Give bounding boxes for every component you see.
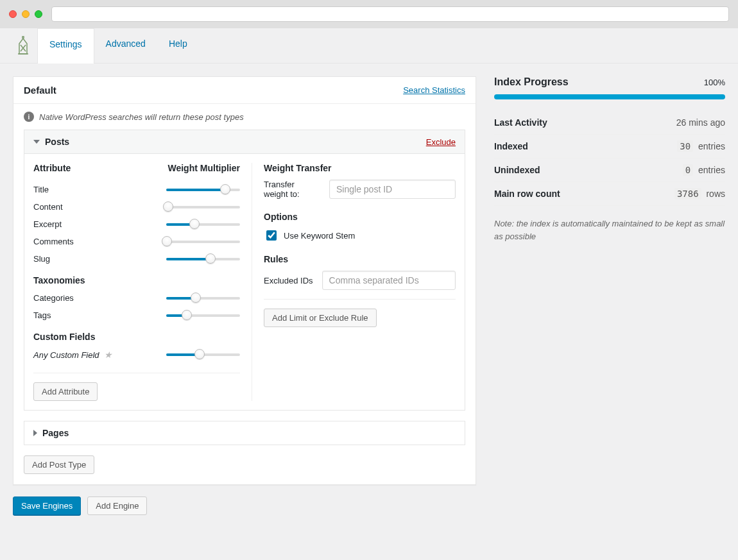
pages-section[interactable]: Pages xyxy=(24,421,465,445)
weight-slider[interactable] xyxy=(166,255,240,264)
attribute-label: Title xyxy=(33,185,49,194)
add-engine-button[interactable]: Add Engine xyxy=(87,496,147,515)
stat-label: Last Activity xyxy=(494,117,547,128)
options-heading: Options xyxy=(264,212,456,222)
column-header-attribute: Attribute xyxy=(33,163,71,173)
attribute-row: Slug xyxy=(33,250,240,267)
attribute-label: Slug xyxy=(33,254,50,264)
keyword-stem-checkbox[interactable] xyxy=(266,230,277,241)
stat-suffix: entries xyxy=(698,141,725,151)
app-tabs: Settings Advanced Help xyxy=(0,28,738,64)
stat-label: Unindexed xyxy=(494,165,540,175)
stat-value: 3786 xyxy=(674,188,701,199)
taxonomy-row: Tags xyxy=(33,307,240,324)
weight-slider[interactable] xyxy=(166,185,240,194)
save-engines-button[interactable]: Save Engines xyxy=(13,496,81,515)
tab-help[interactable]: Help xyxy=(157,28,199,63)
attribute-row: Comments xyxy=(33,233,240,250)
stat-value: 26 mins ago xyxy=(676,117,725,128)
stat-value: 30 xyxy=(677,140,693,152)
close-window-icon[interactable] xyxy=(9,10,17,18)
stat-row: Main row count3786 rows xyxy=(494,182,725,206)
attribute-row: Content xyxy=(33,198,240,216)
attribute-row: Excerpt xyxy=(33,216,240,233)
excluded-ids-label: Excluded IDs xyxy=(264,276,313,285)
rules-heading: Rules xyxy=(264,254,456,264)
index-note: Note: the index is automatically maintai… xyxy=(494,217,725,242)
minimize-window-icon[interactable] xyxy=(22,10,30,18)
stat-label: Indexed xyxy=(494,141,528,151)
attribute-label: Content xyxy=(33,202,63,212)
stat-suffix: rows xyxy=(706,189,725,199)
engine-panel: Default Search Statistics i Native WordP… xyxy=(13,76,476,485)
taxonomy-label: Tags xyxy=(33,310,51,320)
browser-chrome xyxy=(0,0,738,28)
index-progress-percent: 100% xyxy=(704,78,725,87)
index-progress-sidebar: Index Progress 100% Last Activity26 mins… xyxy=(494,76,725,242)
add-attribute-button[interactable]: Add Attribute xyxy=(33,382,98,401)
weight-slider[interactable] xyxy=(166,220,240,229)
info-text: Native WordPress searches will return th… xyxy=(39,112,244,122)
tab-advanced[interactable]: Advanced xyxy=(94,28,157,63)
info-icon: i xyxy=(24,112,34,122)
taxonomy-row: Categories xyxy=(33,289,240,307)
search-statistics-link[interactable]: Search Statistics xyxy=(403,85,465,95)
stat-suffix: entries xyxy=(698,165,725,175)
attribute-label: Excerpt xyxy=(33,219,62,229)
posts-toggle[interactable]: Posts xyxy=(33,137,69,147)
attribute-label: Comments xyxy=(33,237,74,246)
taxonomies-label: Taxonomies xyxy=(33,275,240,285)
tab-settings[interactable]: Settings xyxy=(37,28,94,64)
excluded-ids-input[interactable] xyxy=(322,271,456,290)
stat-row: Indexed30 entries xyxy=(494,135,725,158)
exclude-link[interactable]: Exclude xyxy=(426,137,456,147)
maximize-window-icon[interactable] xyxy=(35,10,42,18)
any-custom-field-label: Any Custom Field ★ xyxy=(33,350,112,360)
weight-slider[interactable] xyxy=(166,237,240,246)
add-post-type-button[interactable]: Add Post Type xyxy=(24,455,94,474)
attribute-row: Title xyxy=(33,181,240,198)
weight-slider[interactable] xyxy=(166,311,240,320)
weight-slider[interactable] xyxy=(166,350,240,359)
index-progress-title: Index Progress xyxy=(494,76,569,88)
add-rule-button[interactable]: Add Limit or Exclude Rule xyxy=(264,309,377,327)
column-header-multiplier: Weight Multiplier xyxy=(167,163,240,173)
star-icon: ★ xyxy=(104,350,112,360)
panel-title: Default xyxy=(24,85,56,96)
posts-section: Posts Exclude Attribute Weight Multiplie… xyxy=(24,130,465,411)
keyword-stem-label: Use Keyword Stem xyxy=(284,231,355,241)
app-logo-icon xyxy=(9,28,37,63)
posts-section-title: Posts xyxy=(45,137,69,147)
stat-value: 0 xyxy=(683,164,693,176)
stat-label: Main row count xyxy=(494,189,560,199)
weight-transfer-heading: Weight Transfer xyxy=(264,163,456,173)
address-bar[interactable] xyxy=(51,6,729,22)
window-controls xyxy=(9,10,42,18)
transfer-weight-label: Transfer weight to: xyxy=(264,180,320,199)
chevron-down-icon xyxy=(33,140,40,144)
stat-row: Last Activity26 mins ago xyxy=(494,111,725,135)
pages-section-title: Pages xyxy=(42,428,69,438)
chevron-right-icon xyxy=(33,430,37,436)
custom-fields-label: Custom Fields xyxy=(33,332,240,342)
weight-slider[interactable] xyxy=(166,294,240,303)
taxonomy-label: Categories xyxy=(33,293,74,303)
weight-slider[interactable] xyxy=(166,203,240,212)
stat-row: Unindexed0 entries xyxy=(494,158,725,182)
transfer-weight-input[interactable] xyxy=(329,180,456,199)
progress-bar xyxy=(494,94,725,99)
